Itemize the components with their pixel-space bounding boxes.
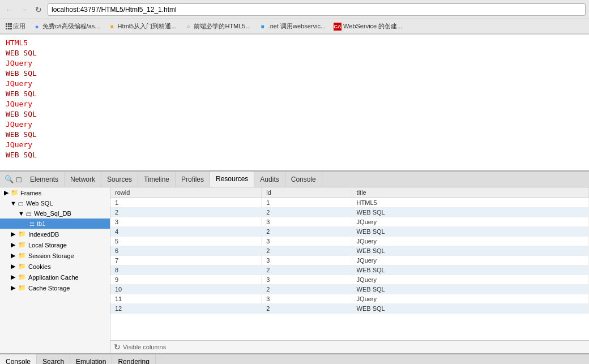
node-icon[interactable]: ◻: [16, 175, 22, 183]
tab-console[interactable]: Console: [285, 172, 322, 187]
cell-id: 3: [262, 294, 352, 304]
appcache-icon: 📁: [18, 273, 26, 281]
table-row: 122WEB SQL: [110, 304, 589, 314]
indexeddb-label: IndexedDB: [28, 231, 59, 238]
page-line-5: JQuery: [6, 79, 583, 89]
tab-profiles[interactable]: Profiles: [176, 172, 210, 187]
sidebar-item-indexeddb[interactable]: ▶ 📁 IndexedDB: [0, 229, 110, 239]
bookmark-5[interactable]: CA WebService 的创建...: [331, 21, 405, 32]
table-icon: ☷: [29, 221, 35, 227]
page-line-11: JQuery: [6, 140, 583, 150]
cell-id: 3: [262, 217, 352, 227]
bookmark-1[interactable]: ● 免费c#高级编程/as...: [30, 21, 103, 32]
forward-button[interactable]: →: [18, 4, 29, 15]
cell-title: JQuery: [352, 294, 588, 304]
cell-rowid: 11: [110, 294, 262, 304]
page-line-4: WEB SQL: [6, 68, 583, 79]
page-line-12: WEB SQL: [6, 150, 583, 160]
table-footer: ↻ Visible columns: [110, 340, 589, 353]
cell-id: 1: [262, 198, 352, 208]
tab-network[interactable]: Network: [65, 172, 101, 187]
web-icon: ○: [184, 23, 192, 31]
sidebar-item-appcache[interactable]: ▶ 📁 Application Cache: [0, 272, 110, 282]
cell-rowid: 7: [110, 256, 262, 265]
col-title: title: [352, 187, 588, 198]
tab-timeline[interactable]: Timeline: [138, 172, 176, 187]
col-id: id: [262, 187, 352, 198]
devtools-tab-bar: 🔍 ◻ Elements Network Sources Timeline Pr…: [0, 172, 589, 187]
sidebar-item-cachestorage[interactable]: ▶ 📁 Cache Storage: [0, 282, 110, 293]
console-tab-emulation[interactable]: Emulation: [70, 354, 112, 364]
table-row: 11HTML5: [110, 198, 589, 208]
cell-title: HTML5: [352, 198, 588, 208]
websqldb-triangle: ▼: [18, 210, 24, 217]
cell-title: JQuery: [352, 237, 588, 246]
page-line-6: WEB SQL: [6, 89, 583, 99]
db-icon: 🗃: [18, 200, 24, 207]
cell-rowid: 6: [110, 246, 262, 256]
page-area: HTML5 WEB SQL JQuery WEB SQL JQuery WEB …: [0, 35, 589, 170]
cookies-triangle: ▶: [10, 263, 16, 270]
devtools-body: ▶ 📁 Frames ▼ 🗃 Web SQL ▼ 🗃 Web_Sql_DB ☷ …: [0, 187, 589, 353]
websql-triangle: ▼: [10, 200, 16, 207]
bookmarks-bar: 应用 ● 免费c#高级编程/as... ■ Html5从入门到精通... ○ 前…: [0, 19, 589, 34]
table-row: 53JQuery: [110, 237, 589, 246]
cell-title: WEB SQL: [352, 265, 588, 275]
cell-title: WEB SQL: [352, 246, 588, 256]
cookies-icon: 📁: [18, 263, 26, 270]
ca-icon: CA: [334, 23, 342, 31]
sidebar-item-websql[interactable]: ▼ 🗃 Web SQL: [0, 198, 110, 208]
sessionstorage-label: Session Storage: [28, 252, 74, 259]
table-row: 82WEB SQL: [110, 265, 589, 275]
console-tab-rendering[interactable]: Rendering: [112, 354, 155, 364]
tab-audits[interactable]: Audits: [254, 172, 285, 187]
bookmark-3[interactable]: ○ 前端必学的HTML5...: [181, 21, 253, 32]
cookies-label: Cookies: [28, 263, 51, 270]
websql-label: Web SQL: [26, 200, 53, 207]
cell-title: JQuery: [352, 275, 588, 285]
bookmark-2[interactable]: ■ Html5从入门到精通...: [105, 21, 179, 32]
bookmark-3-label: 前端必学的HTML5...: [194, 22, 250, 31]
bookmark-2-label: Html5从入门到精通...: [117, 22, 176, 31]
frames-label: Frames: [20, 190, 41, 196]
page-line-9: JQuery: [6, 119, 583, 130]
refresh-table-button[interactable]: ↻: [114, 342, 121, 352]
sidebar-item-tb1[interactable]: ☷ tb1: [0, 219, 110, 229]
bookmark-1-label: 免费c#高级编程/as...: [42, 22, 100, 31]
sidebar-frames[interactable]: ▶ 📁 Frames: [0, 187, 110, 198]
cell-id: 2: [262, 227, 352, 237]
address-bar[interactable]: [48, 3, 586, 16]
console-tab-console[interactable]: Console: [0, 354, 37, 364]
tab-resources[interactable]: Resources: [210, 172, 254, 187]
sidebar-item-cookies[interactable]: ▶ 📁 Cookies: [0, 261, 110, 272]
cell-id: 3: [262, 237, 352, 246]
table-row: 22WEB SQL: [110, 208, 589, 217]
cell-rowid: 2: [110, 208, 262, 217]
net-icon: ■: [259, 23, 267, 31]
sidebar-item-localstorage[interactable]: ▶ 📁 Local Storage: [0, 239, 110, 250]
console-tab-search[interactable]: Search: [37, 354, 70, 364]
back-button[interactable]: ←: [3, 4, 15, 15]
cell-id: 2: [262, 304, 352, 314]
sidebar-item-websqldb[interactable]: ▼ 🗃 Web_Sql_DB: [0, 208, 110, 219]
cell-id: 2: [262, 208, 352, 217]
frames-icon: 📁: [11, 189, 19, 196]
sidebar-item-sessionstorage[interactable]: ▶ 📁 Session Storage: [0, 250, 110, 261]
apps-bookmark[interactable]: 应用: [3, 22, 28, 31]
bookmark-4[interactable]: ■ .net 调用webservic...: [256, 21, 328, 32]
tab-elements[interactable]: Elements: [24, 172, 65, 187]
tb1-label: tb1: [37, 220, 45, 227]
cell-rowid: 4: [110, 227, 262, 237]
grid-icon: [6, 23, 12, 29]
table-row: 73JQuery: [110, 256, 589, 265]
refresh-button[interactable]: ↻: [33, 4, 44, 15]
search-icon[interactable]: 🔍: [5, 175, 14, 183]
cell-title: WEB SQL: [352, 227, 588, 237]
table-container[interactable]: rowid id title 11HTML522WEB SQL33JQuery4…: [110, 187, 589, 340]
cell-id: 2: [262, 246, 352, 256]
cell-id: 2: [262, 285, 352, 294]
tab-sources[interactable]: Sources: [101, 172, 138, 187]
sessionstorage-icon: 📁: [18, 252, 26, 259]
table-row: 93JQuery: [110, 275, 589, 285]
devtools-icons: 🔍 ◻: [2, 175, 24, 183]
